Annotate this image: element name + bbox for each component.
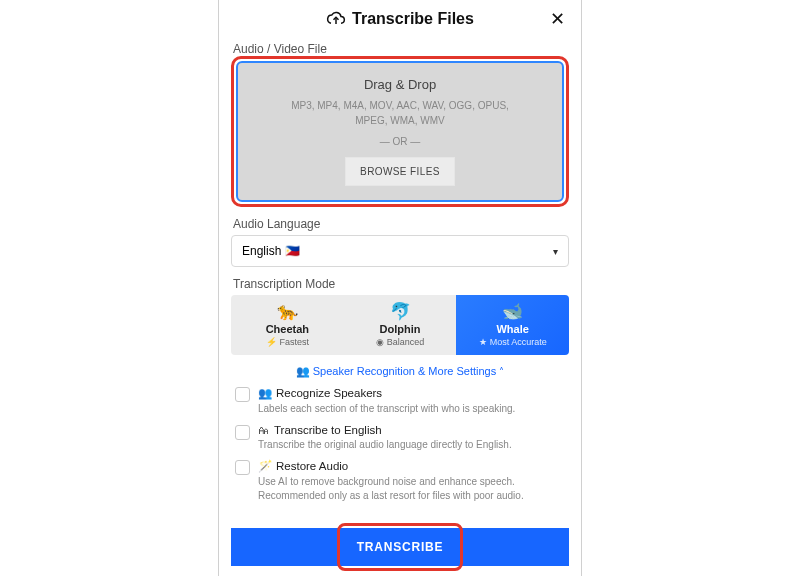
star-icon: ★ [479,337,487,347]
mode-selector: 🐆 Cheetah ⚡ Fastest 🐬 Dolphin ◉ Balanced… [231,295,569,355]
language-label: Audio Language [233,217,567,231]
bolt-icon: ⚡ [266,337,277,347]
mode-sub: ★ Most Accurate [460,337,565,347]
more-settings-toggle[interactable]: 👥 Speaker Recognition & More Settings ˄ [231,365,569,378]
whale-icon: 🐋 [460,303,565,320]
option-desc: Labels each section of the transcript wi… [258,402,565,416]
mode-label: Transcription Mode [233,277,567,291]
transcribe-button[interactable]: TRANSCRIBE [231,528,569,566]
file-dropzone[interactable]: Drag & Drop MP3, MP4, M4A, MOV, AAC, WAV… [236,61,564,202]
modal-title-text: Transcribe Files [352,10,474,28]
mode-whale[interactable]: 🐋 Whale ★ Most Accurate [456,295,569,355]
mode-name: Dolphin [348,323,453,335]
modal-body: Audio / Video File 🔗 Drag & Drop MP3, MP… [219,36,581,528]
dropzone-title: Drag & Drop [248,77,552,92]
recognize-speakers-checkbox[interactable] [235,387,250,402]
mode-dolphin[interactable]: 🐬 Dolphin ◉ Balanced [344,295,457,355]
language-select[interactable]: English 🇵🇭 ▾ [231,235,569,267]
dropzone-highlight: Drag & Drop MP3, MP4, M4A, MOV, AAC, WAV… [231,56,569,207]
option-recognize-speakers: 👥 Recognize Speakers Labels each section… [235,386,565,416]
restore-audio-checkbox[interactable] [235,460,250,475]
chevron-up-icon: ˄ [499,366,504,377]
mode-cheetah[interactable]: 🐆 Cheetah ⚡ Fastest [231,295,344,355]
cheetah-icon: 🐆 [235,303,340,320]
close-button[interactable]: ✕ [547,10,567,30]
modal-title: Transcribe Files [326,10,474,28]
transcribe-english-checkbox[interactable] [235,425,250,440]
file-field-label: Audio / Video File [233,42,327,56]
dropzone-formats: MP3, MP4, M4A, MOV, AAC, WAV, OGG, OPUS,… [285,98,515,128]
dot-icon: ◉ [376,337,384,347]
mode-sub: ⚡ Fastest [235,337,340,347]
browse-files-button[interactable]: BROWSE FILES [345,157,455,186]
submit-area: TRANSCRIBE [219,528,581,576]
mode-name: Whale [460,323,565,335]
option-desc: Use AI to remove background noise and en… [258,475,565,502]
transcribe-modal: Transcribe Files ✕ Audio / Video File 🔗 … [218,0,582,576]
dolphin-icon: 🐬 [348,303,453,320]
modal-header: Transcribe Files ✕ [219,0,581,36]
caret-down-icon: ▾ [553,246,558,257]
mode-name: Cheetah [235,323,340,335]
option-restore-audio: 🪄 Restore Audio Use AI to remove backgro… [235,459,565,502]
option-transcribe-english: 🗛 Transcribe to English Transcribe the o… [235,424,565,452]
translate-icon: 🗛 [258,424,270,436]
upload-cloud-icon [326,11,346,27]
option-title: 👥 Recognize Speakers [258,386,565,400]
option-title: 🪄 Restore Audio [258,459,565,473]
option-desc: Transcribe the original audio language d… [258,438,565,452]
dropzone-or: — OR — [248,136,552,147]
language-value: English 🇵🇭 [242,244,300,258]
option-title: 🗛 Transcribe to English [258,424,565,436]
mode-sub: ◉ Balanced [348,337,453,347]
wand-icon: 🪄 [258,459,272,473]
speakers-icon: 👥 [258,386,272,400]
